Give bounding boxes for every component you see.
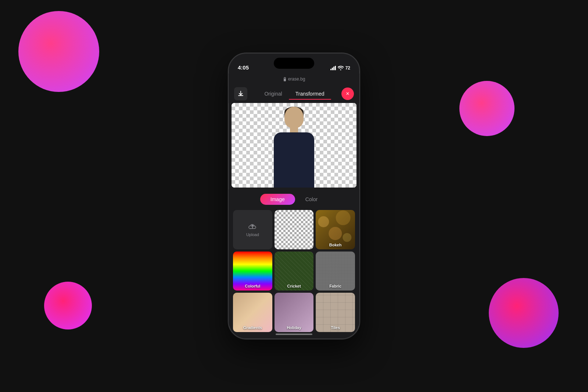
tab-transformed[interactable]: Transformed [289,89,331,99]
colorful-item[interactable]: Colorful [233,252,272,291]
phone-frame: 4:05 72 [228,53,360,339]
svg-point-4 [343,233,352,242]
fabric-item[interactable]: Fabric [316,252,355,291]
close-button[interactable]: × [341,88,354,100]
tab-original[interactable]: Original [258,89,288,99]
svg-point-3 [329,227,342,240]
upload-label: Upload [246,232,259,237]
side-button-silent [228,105,229,116]
tiles-item[interactable]: Tiles [316,293,355,332]
fabric-label: Fabric [316,284,355,288]
side-button-volume-up [228,121,229,142]
toggle-image-button[interactable]: Image [260,194,295,205]
url-text: erase.bg [288,76,305,82]
upload-item[interactable]: Upload [233,210,272,249]
background-grid: Upload Bokeh Colorful [233,210,355,332]
toggle-group: Image Color [233,194,355,205]
upload-cloud-icon [248,222,257,231]
gradients-label: Gradients [233,325,272,330]
toolbar: Original Transformed × [229,85,359,103]
decorative-blob-top-left [18,11,99,92]
download-icon [237,90,244,97]
signal-icon [330,66,336,70]
side-button-power [359,127,360,156]
toggle-color-button[interactable]: Color [295,194,328,205]
wifi-icon [338,66,344,70]
transparent-item[interactable] [275,210,314,249]
battery-status: 72 [345,65,350,71]
cricket-item[interactable]: Cricket [275,252,314,291]
home-indicator [276,334,312,335]
svg-rect-0 [284,79,286,81]
download-button[interactable] [234,87,247,100]
holiday-item[interactable]: Holiday [275,293,314,332]
person-neck [290,126,298,133]
svg-point-2 [336,210,351,225]
bottom-panel: Image Color Upload [229,189,359,326]
lock-icon [283,77,287,81]
decorative-blob-bottom-left [44,282,92,329]
person-head [284,107,304,128]
phone-mockup: 4:05 72 [228,53,360,339]
svg-point-1 [318,216,329,227]
cricket-label: Cricket [275,284,314,288]
address-bar: erase.bg [229,74,359,85]
holiday-label: Holiday [275,325,314,330]
person-body [274,132,314,188]
status-icons: 72 [330,65,350,71]
dynamic-island [274,58,314,69]
bokeh-item[interactable]: Bokeh [316,210,355,249]
decorative-blob-bottom-right [489,278,559,348]
tab-group: Original Transformed [251,89,338,99]
colorful-label: Colorful [233,284,272,288]
address-text: erase.bg [283,76,305,82]
side-button-volume-down [228,147,229,167]
image-preview [232,103,356,188]
gradients-item[interactable]: Gradients [233,293,272,332]
person-figure [268,107,320,188]
bokeh-label: Bokeh [316,243,355,247]
decorative-blob-top-right [459,81,514,136]
tiles-label: Tiles [316,325,355,330]
